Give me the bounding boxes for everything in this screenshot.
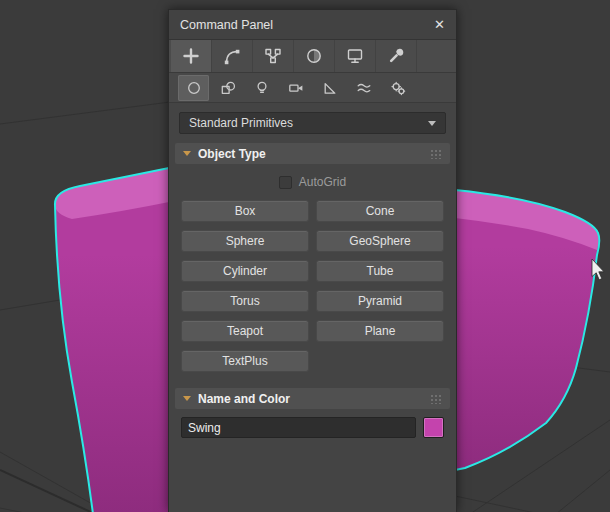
modify-icon: [223, 47, 241, 65]
category-helpers[interactable]: [314, 75, 345, 101]
rollout-object-type-title: Object Type: [198, 147, 266, 161]
object-color-swatch[interactable]: [423, 417, 444, 438]
autogrid-row: AutoGrid: [169, 169, 456, 195]
category-row: [169, 73, 456, 103]
hierarchy-icon: [264, 47, 282, 65]
create-plus-icon: [182, 47, 200, 65]
box-button[interactable]: Box: [181, 200, 309, 222]
camera-icon: [288, 80, 304, 96]
textplus-button[interactable]: TextPlus: [181, 350, 309, 372]
category-geometry[interactable]: [178, 75, 209, 101]
set-square-icon: [322, 80, 338, 96]
torus-button[interactable]: Torus: [181, 290, 309, 312]
tab-create[interactable]: [171, 40, 212, 72]
chevron-down-icon: [428, 121, 436, 126]
autogrid-label: AutoGrid: [299, 175, 346, 189]
category-cameras[interactable]: [280, 75, 311, 101]
geosphere-button[interactable]: GeoSphere: [316, 230, 444, 252]
close-icon[interactable]: ✕: [434, 18, 445, 31]
tube-button[interactable]: Tube: [316, 260, 444, 282]
autogrid-checkbox[interactable]: [279, 176, 292, 189]
rollout-open-arrow-icon: [183, 396, 191, 401]
cylinder-button[interactable]: Cylinder: [181, 260, 309, 282]
lightbulb-icon: [254, 80, 270, 96]
teapot-button[interactable]: Teapot: [181, 320, 309, 342]
sphere-button[interactable]: Sphere: [181, 230, 309, 252]
shapes-icon: [220, 80, 236, 96]
panel-titlebar[interactable]: Command Panel ✕: [169, 10, 456, 40]
cone-button[interactable]: Cone: [316, 200, 444, 222]
category-shapes[interactable]: [212, 75, 243, 101]
tab-hierarchy[interactable]: [253, 40, 294, 72]
panel-tabs: [169, 40, 456, 73]
panel-title: Command Panel: [180, 18, 273, 32]
plane-button[interactable]: Plane: [316, 320, 444, 342]
wrench-icon: [387, 47, 405, 65]
dropdown-value: Standard Primitives: [189, 116, 293, 130]
object-name-input[interactable]: [181, 417, 416, 438]
grip-dots-icon: [430, 149, 442, 159]
grip-dots-icon: [430, 394, 442, 404]
primitives-dropdown[interactable]: Standard Primitives: [179, 112, 446, 134]
pyramid-button[interactable]: Pyramid: [316, 290, 444, 312]
tab-display[interactable]: [335, 40, 376, 72]
rollout-object-type[interactable]: Object Type: [175, 143, 450, 164]
tab-utilities[interactable]: [376, 40, 417, 72]
category-space-warps[interactable]: [348, 75, 379, 101]
tab-modify[interactable]: [212, 40, 253, 72]
gears-icon: [390, 80, 406, 96]
command-panel: Command Panel ✕: [168, 9, 457, 512]
sphere-icon: [186, 80, 202, 96]
display-monitor-icon: [346, 47, 364, 65]
rollout-name-and-color[interactable]: Name and Color: [175, 388, 450, 409]
tab-motion[interactable]: [294, 40, 335, 72]
primitive-buttons: Box Cone Sphere GeoSphere Cylinder Tube …: [169, 195, 456, 374]
category-systems[interactable]: [382, 75, 413, 101]
rollout-open-arrow-icon: [183, 151, 191, 156]
rollout-name-color-title: Name and Color: [198, 392, 290, 406]
name-and-color-row: [169, 409, 456, 438]
category-lights[interactable]: [246, 75, 277, 101]
waves-icon: [356, 80, 372, 96]
motion-icon: [305, 47, 323, 65]
